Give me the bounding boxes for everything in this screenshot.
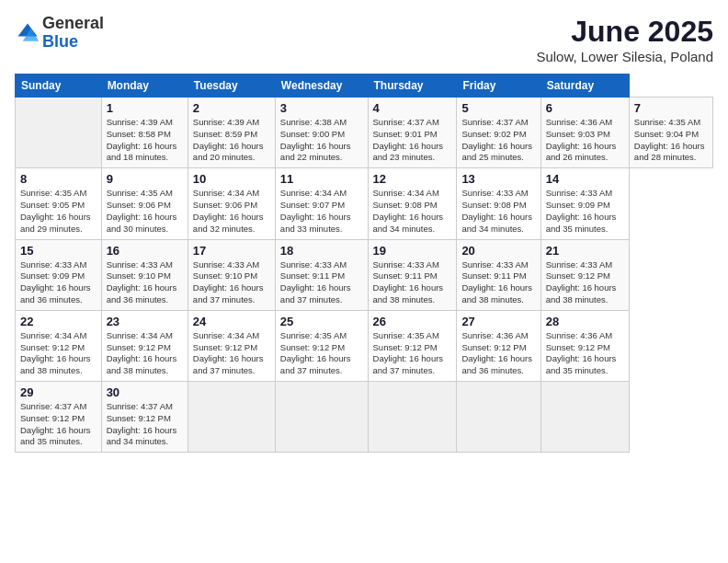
table-row: 5Sunrise: 4:37 AMSunset: 9:02 PMDaylight… xyxy=(457,98,540,168)
day-info: Sunrise: 4:33 AMSunset: 9:09 PMDaylight:… xyxy=(20,259,97,306)
day-number: 10 xyxy=(193,172,270,186)
day-number: 7 xyxy=(634,101,708,115)
logo-blue: Blue xyxy=(42,32,78,51)
day-number: 28 xyxy=(546,315,624,328)
col-saturday: Saturday xyxy=(540,75,629,98)
calendar-header-row: Sunday Monday Tuesday Wednesday Thursday… xyxy=(16,75,713,98)
day-info: Sunrise: 4:37 AMSunset: 9:12 PMDaylight:… xyxy=(20,401,97,448)
day-info: Sunrise: 4:33 AMSunset: 9:11 PMDaylight:… xyxy=(280,259,363,306)
calendar-subtitle: Sulow, Lower Silesia, Poland xyxy=(536,49,713,64)
day-info: Sunrise: 4:37 AMSunset: 9:02 PMDaylight:… xyxy=(461,117,535,164)
day-number: 2 xyxy=(193,101,270,115)
day-number: 6 xyxy=(546,101,624,115)
logo: General Blue xyxy=(15,15,104,52)
day-number: 8 xyxy=(20,172,97,186)
table-row: 26Sunrise: 4:35 AMSunset: 9:12 PMDayligh… xyxy=(368,310,457,381)
table-row: 15Sunrise: 4:33 AMSunset: 9:09 PMDayligh… xyxy=(16,239,102,310)
calendar-title: June 2025 xyxy=(536,15,713,49)
day-info: Sunrise: 4:35 AMSunset: 9:12 PMDaylight:… xyxy=(373,330,452,377)
table-row: 13Sunrise: 4:33 AMSunset: 9:08 PMDayligh… xyxy=(457,168,540,239)
day-number: 29 xyxy=(20,385,97,399)
day-info: Sunrise: 4:33 AMSunset: 9:11 PMDaylight:… xyxy=(461,259,535,306)
day-info: Sunrise: 4:35 AMSunset: 9:12 PMDaylight:… xyxy=(280,330,363,377)
table-row: 8Sunrise: 4:35 AMSunset: 9:05 PMDaylight… xyxy=(16,168,102,239)
day-info: Sunrise: 4:39 AMSunset: 8:59 PMDaylight:… xyxy=(193,117,270,164)
table-row xyxy=(368,382,457,453)
table-row: 2Sunrise: 4:39 AMSunset: 8:59 PMDaylight… xyxy=(188,98,275,168)
day-number: 25 xyxy=(280,315,363,328)
logo-text: General Blue xyxy=(42,15,104,52)
day-number: 21 xyxy=(546,244,624,258)
table-row: 3Sunrise: 4:38 AMSunset: 9:00 PMDaylight… xyxy=(275,98,368,168)
col-tuesday: Tuesday xyxy=(188,75,275,98)
day-number: 26 xyxy=(373,315,452,328)
day-info: Sunrise: 4:38 AMSunset: 9:00 PMDaylight:… xyxy=(280,117,363,164)
table-row: 17Sunrise: 4:33 AMSunset: 9:10 PMDayligh… xyxy=(188,239,275,310)
day-number: 19 xyxy=(373,244,452,258)
col-sunday: Sunday xyxy=(16,75,102,98)
logo-general: General xyxy=(42,14,104,32)
day-number: 23 xyxy=(107,315,183,328)
table-row: 20Sunrise: 4:33 AMSunset: 9:11 PMDayligh… xyxy=(457,239,540,310)
day-info: Sunrise: 4:34 AMSunset: 9:12 PMDaylight:… xyxy=(20,330,97,377)
table-row: 21Sunrise: 4:33 AMSunset: 9:12 PMDayligh… xyxy=(540,239,629,310)
table-row xyxy=(540,382,629,453)
day-number: 24 xyxy=(193,315,270,328)
day-number: 12 xyxy=(373,172,452,186)
table-row: 29Sunrise: 4:37 AMSunset: 9:12 PMDayligh… xyxy=(16,382,102,453)
day-info: Sunrise: 4:34 AMSunset: 9:06 PMDaylight:… xyxy=(193,188,270,235)
day-number: 9 xyxy=(107,172,183,186)
day-info: Sunrise: 4:33 AMSunset: 9:10 PMDaylight:… xyxy=(193,259,270,306)
table-row: 11Sunrise: 4:34 AMSunset: 9:07 PMDayligh… xyxy=(275,168,368,239)
day-info: Sunrise: 4:33 AMSunset: 9:08 PMDaylight:… xyxy=(461,188,535,235)
day-info: Sunrise: 4:33 AMSunset: 9:11 PMDaylight:… xyxy=(373,259,452,306)
table-row: 10Sunrise: 4:34 AMSunset: 9:06 PMDayligh… xyxy=(188,168,275,239)
table-row: 7Sunrise: 4:35 AMSunset: 9:04 PMDaylight… xyxy=(629,98,712,168)
title-block: June 2025 Sulow, Lower Silesia, Poland xyxy=(536,15,713,64)
table-row: 4Sunrise: 4:37 AMSunset: 9:01 PMDaylight… xyxy=(368,98,457,168)
day-number: 27 xyxy=(461,315,535,328)
day-info: Sunrise: 4:36 AMSunset: 9:12 PMDaylight:… xyxy=(461,330,535,377)
day-info: Sunrise: 4:36 AMSunset: 9:03 PMDaylight:… xyxy=(546,117,624,164)
header: General Blue June 2025 Sulow, Lower Sile… xyxy=(15,15,713,64)
day-number: 15 xyxy=(20,244,97,258)
table-row: 12Sunrise: 4:34 AMSunset: 9:08 PMDayligh… xyxy=(368,168,457,239)
table-row xyxy=(188,382,275,453)
day-number: 18 xyxy=(280,244,363,258)
day-number: 14 xyxy=(546,172,624,186)
table-row: 1Sunrise: 4:39 AMSunset: 8:58 PMDaylight… xyxy=(101,98,188,168)
table-row: 18Sunrise: 4:33 AMSunset: 9:11 PMDayligh… xyxy=(275,239,368,310)
day-info: Sunrise: 4:34 AMSunset: 9:07 PMDaylight:… xyxy=(280,188,363,235)
table-row: 24Sunrise: 4:34 AMSunset: 9:12 PMDayligh… xyxy=(188,310,275,381)
table-row: 25Sunrise: 4:35 AMSunset: 9:12 PMDayligh… xyxy=(275,310,368,381)
day-info: Sunrise: 4:33 AMSunset: 9:09 PMDaylight:… xyxy=(546,188,624,235)
day-info: Sunrise: 4:39 AMSunset: 8:58 PMDaylight:… xyxy=(107,117,183,164)
table-row xyxy=(275,382,368,453)
table-row: 27Sunrise: 4:36 AMSunset: 9:12 PMDayligh… xyxy=(457,310,540,381)
day-info: Sunrise: 4:37 AMSunset: 9:01 PMDaylight:… xyxy=(373,117,452,164)
day-number: 13 xyxy=(461,172,535,186)
table-row: 6Sunrise: 4:36 AMSunset: 9:03 PMDaylight… xyxy=(540,98,629,168)
table-row xyxy=(16,98,102,168)
day-info: Sunrise: 4:35 AMSunset: 9:05 PMDaylight:… xyxy=(20,188,97,235)
day-info: Sunrise: 4:33 AMSunset: 9:12 PMDaylight:… xyxy=(546,259,624,306)
day-number: 11 xyxy=(280,172,363,186)
day-info: Sunrise: 4:35 AMSunset: 9:04 PMDaylight:… xyxy=(634,117,708,164)
day-info: Sunrise: 4:34 AMSunset: 9:08 PMDaylight:… xyxy=(373,188,452,235)
logo-icon xyxy=(15,20,40,46)
table-row: 9Sunrise: 4:35 AMSunset: 9:06 PMDaylight… xyxy=(101,168,188,239)
table-row: 30Sunrise: 4:37 AMSunset: 9:12 PMDayligh… xyxy=(101,382,188,453)
table-row: 19Sunrise: 4:33 AMSunset: 9:11 PMDayligh… xyxy=(368,239,457,310)
day-number: 1 xyxy=(107,101,183,115)
day-info: Sunrise: 4:34 AMSunset: 9:12 PMDaylight:… xyxy=(193,330,270,377)
calendar-table: Sunday Monday Tuesday Wednesday Thursday… xyxy=(15,74,713,453)
day-number: 3 xyxy=(280,101,363,115)
day-info: Sunrise: 4:36 AMSunset: 9:12 PMDaylight:… xyxy=(546,330,624,377)
table-row: 14Sunrise: 4:33 AMSunset: 9:09 PMDayligh… xyxy=(540,168,629,239)
day-info: Sunrise: 4:35 AMSunset: 9:06 PMDaylight:… xyxy=(107,188,183,235)
day-number: 16 xyxy=(107,244,183,258)
day-number: 22 xyxy=(20,315,97,328)
page: General Blue June 2025 Sulow, Lower Sile… xyxy=(0,0,728,563)
day-info: Sunrise: 4:34 AMSunset: 9:12 PMDaylight:… xyxy=(107,330,183,377)
day-info: Sunrise: 4:37 AMSunset: 9:12 PMDaylight:… xyxy=(107,401,183,448)
